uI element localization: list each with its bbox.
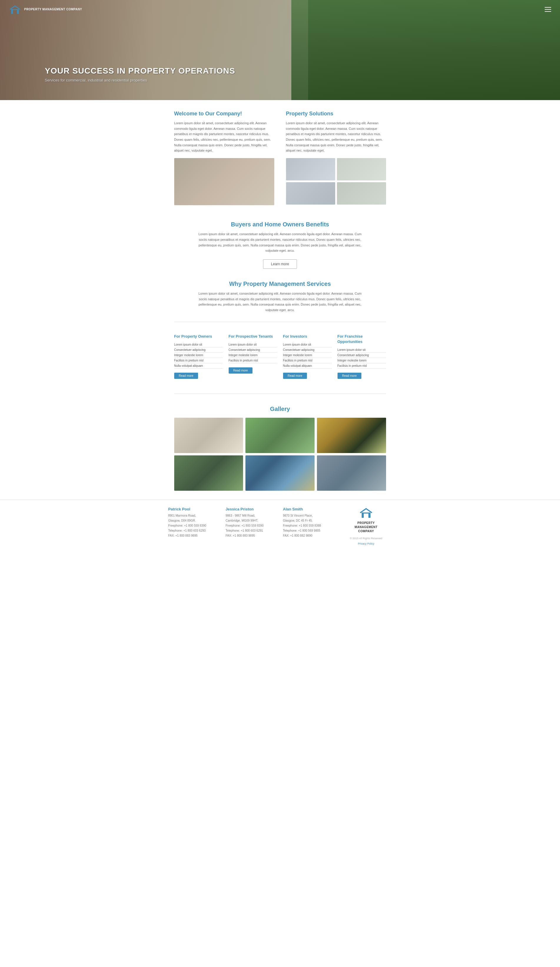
service-item: Facilisis in pretium nisl: [229, 358, 277, 363]
solutions-img-1: [286, 158, 335, 180]
service-list-2: Lorem ipsum dolor sit Consectetuer adipi…: [283, 342, 332, 368]
service-item: Integer molestie lorem: [338, 358, 386, 363]
services-section: For Property Owners Lorem ipsum dolor si…: [174, 328, 386, 388]
welcome-col: Welcome to Our Company! Lorem ipsum dolo…: [174, 111, 274, 205]
service-col-3: For Franchise Opportunities Lorem ipsum …: [338, 334, 386, 379]
service-item: Consectetuer adipiscing: [229, 347, 277, 353]
buyers-text: Lorem ipsum dolor sit amet, consectetuer…: [198, 231, 362, 253]
welcome-solutions-section: Welcome to Our Company! Lorem ipsum dolo…: [174, 100, 386, 212]
service-item: Consectetuer adipiscing: [283, 347, 332, 353]
site-header: PROPERTY MANAGEMENT COMPANY: [0, 0, 560, 19]
service-item: Lorem ipsum dolor sit: [174, 342, 223, 347]
service-item: Nulla volutpat aliquam: [283, 363, 332, 368]
footer-logo-icon: [359, 507, 373, 519]
footer-contact-2: Alan Smith 9870 St Vincent Place, Glasgo…: [283, 507, 334, 538]
service-heading-0: For Property Owners: [174, 334, 223, 339]
footer-logo-text: PROPERTY MANAGEMENT COMPANY: [354, 521, 377, 533]
logo-icon: [9, 4, 21, 15]
footer-copyright: © 2015 All Rights Reserved: [350, 537, 382, 540]
service-col-0: For Property Owners Lorem ipsum dolor si…: [174, 334, 223, 379]
service-item: Consectetuer adipiscing: [338, 353, 386, 358]
read-more-button-1[interactable]: Read more: [229, 367, 252, 373]
service-col-1: For Prospective Tenants Lorem ipsum dolo…: [229, 334, 277, 379]
footer-fax-0: FAX: +1 800 883 9895: [168, 533, 220, 538]
service-item: Lorem ipsum dolor sit: [283, 342, 332, 347]
footer-address-0: 8901 Marmora Road, Glasgow, D04 89GR.: [168, 513, 220, 523]
solutions-img-3: [286, 182, 335, 205]
service-list-0: Lorem ipsum dolor sit Consectetuer adipi…: [174, 342, 223, 368]
footer-freephone-1: Freephone: +1 800 559 8390: [226, 523, 277, 528]
read-more-button-3[interactable]: Read more: [338, 373, 361, 379]
divider-top: [174, 322, 386, 322]
service-list-1: Lorem ipsum dolor sit Consectetuer adipi…: [229, 342, 277, 363]
main-content: Welcome to Our Company! Lorem ipsum dolo…: [168, 100, 392, 500]
hamburger-menu[interactable]: [545, 7, 551, 12]
footer-freephone-0: Freephone: +1 800 559 8390: [168, 523, 220, 528]
gallery-grid: [174, 418, 386, 491]
footer-contact-1: Jessica Priston 9863 - 9867 Mill Road, C…: [226, 507, 277, 538]
gallery-item-4[interactable]: [174, 455, 243, 491]
solutions-img-4: [337, 182, 386, 205]
learn-more-button[interactable]: Learn more: [263, 259, 297, 269]
footer-telephone-0: Telephone: +1 800 603 6293: [168, 528, 220, 533]
hero-content: YOUR SUCCESS IN PROPERTY OPERATIONS Serv…: [45, 66, 235, 83]
why-text: Lorem ipsum dolor sit amet, consectetuer…: [198, 291, 362, 313]
logo-text: PROPERTY MANAGEMENT COMPANY: [24, 7, 82, 12]
service-item: Nulla volutpat aliquam: [174, 363, 223, 368]
service-item: Integer molestie lorem: [229, 353, 277, 358]
service-heading-3: For Franchise Opportunities: [338, 334, 386, 345]
service-item: Lorem ipsum dolor sit: [229, 342, 277, 347]
hero-subtitle: Services for commercial, industrial and …: [45, 78, 235, 83]
service-item: Lorem ipsum dolor sit: [338, 347, 386, 353]
gallery-item-2[interactable]: [245, 418, 315, 453]
service-item: Facilisis in pretium nisl: [283, 358, 332, 363]
service-item: Integer molestie lorem: [283, 353, 332, 358]
read-more-button-0[interactable]: Read more: [174, 373, 198, 379]
gallery-item-1[interactable]: [174, 418, 243, 453]
footer-logo-col: PROPERTY MANAGEMENT COMPANY © 2015 All R…: [341, 507, 392, 545]
solutions-col: Property Solutions Lorem ipsum dolor sit…: [286, 111, 386, 205]
gallery-item-5[interactable]: [245, 455, 315, 491]
footer-address-1: 9863 - 9867 Mill Road, Cambridge, MG09 9…: [226, 513, 277, 523]
service-col-2: For Investors Lorem ipsum dolor sit Cons…: [283, 334, 332, 379]
service-item: Integer molestie lorem: [174, 353, 223, 358]
footer-inner: Patrick Pool 8901 Marmora Road, Glasgow,…: [168, 507, 392, 545]
footer-fax-1: FAX: +1 800 883 9895: [226, 533, 277, 538]
why-heading: Why Property Management Services: [174, 281, 386, 287]
svg-rect-2: [11, 9, 19, 10]
read-more-button-2[interactable]: Read more: [283, 373, 307, 379]
why-section: Why Property Management Services Lorem i…: [174, 272, 386, 316]
footer-name-2: Alan Smith: [283, 507, 334, 511]
service-heading-2: For Investors: [283, 334, 332, 339]
gallery-section: Gallery: [174, 400, 386, 500]
footer-telephone-1: Telephone: +1 800 603 6291: [226, 528, 277, 533]
solutions-img-2: [337, 158, 386, 180]
welcome-heading: Welcome to Our Company!: [174, 111, 274, 117]
buyers-section: Buyers and Home Owners Benefits Lorem ip…: [174, 212, 386, 272]
hero-title: YOUR SUCCESS IN PROPERTY OPERATIONS: [45, 66, 235, 76]
solutions-text: Lorem ipsum dolor sit amet, consectetuer…: [286, 120, 386, 153]
hero-section: PROPERTY MANAGEMENT COMPANY YOUR SUCCESS…: [0, 0, 560, 100]
solutions-heading: Property Solutions: [286, 111, 386, 117]
footer-privacy[interactable]: Privacy Policy: [358, 542, 374, 545]
footer-contact-0: Patrick Pool 8901 Marmora Road, Glasgow,…: [168, 507, 220, 538]
svg-rect-5: [362, 513, 371, 514]
service-item: Facilisis in pretium nisl: [174, 358, 223, 363]
service-list-3: Lorem ipsum dolor sit Consectetuer adipi…: [338, 347, 386, 368]
footer-freephone-2: Freephone: +1 800 559 8388: [283, 523, 334, 528]
footer-telephone-2: Telephone: +1 800 569 9805: [283, 528, 334, 533]
service-item: Consectetuer adipiscing: [174, 347, 223, 353]
welcome-text: Lorem ipsum dolor sit amet, consectetuer…: [174, 120, 274, 153]
gallery-item-6[interactable]: [317, 455, 386, 491]
logo: PROPERTY MANAGEMENT COMPANY: [9, 4, 82, 15]
footer-name-1: Jessica Priston: [226, 507, 277, 511]
welcome-image: [174, 158, 274, 205]
service-item: Facilisis in pretium nisl: [338, 363, 386, 368]
buyers-heading: Buyers and Home Owners Benefits: [174, 221, 386, 228]
footer-fax-2: FAX: +1 800 882 9890: [283, 533, 334, 538]
service-heading-1: For Prospective Tenants: [229, 334, 277, 339]
solutions-images: [286, 158, 386, 205]
gallery-item-3[interactable]: [317, 418, 386, 453]
footer-address-2: 9870 St Vincent Place, Glasgow, DC 45 Fr…: [283, 513, 334, 523]
footer: Patrick Pool 8901 Marmora Road, Glasgow,…: [0, 500, 560, 550]
